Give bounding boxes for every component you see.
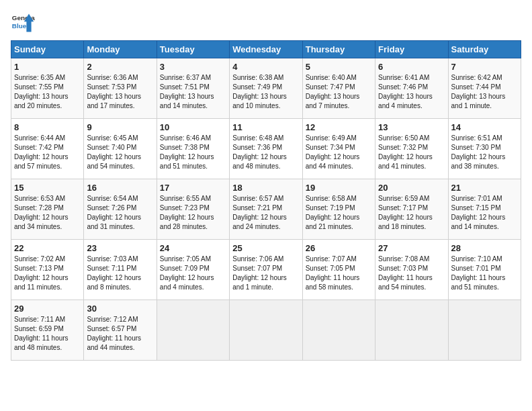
day-info: Sunrise: 7:06 AM Sunset: 7:07 PM Dayligh…	[232, 255, 299, 292]
day-number: 4	[232, 62, 299, 72]
calendar-week-row: 15Sunrise: 6:53 AM Sunset: 7:28 PM Dayli…	[11, 179, 521, 240]
day-number: 20	[378, 183, 445, 193]
day-info: Sunrise: 6:37 AM Sunset: 7:51 PM Dayligh…	[160, 73, 226, 111]
day-info: Sunrise: 7:11 AM Sunset: 6:59 PM Dayligh…	[14, 315, 81, 353]
svg-text:Blue: Blue	[12, 22, 27, 30]
weekday-header-tuesday: Tuesday	[157, 41, 229, 58]
logo: General Blue	[11, 11, 35, 35]
day-info: Sunrise: 7:02 AM Sunset: 7:13 PM Dayligh…	[14, 255, 81, 292]
day-number: 12	[306, 122, 372, 132]
day-info: Sunrise: 6:48 AM Sunset: 7:36 PM Dayligh…	[232, 134, 299, 171]
calendar-week-row: 8Sunrise: 6:44 AM Sunset: 7:42 PM Daylig…	[11, 119, 521, 179]
day-number: 19	[306, 183, 372, 193]
calendar-day-cell: 6Sunrise: 6:41 AM Sunset: 7:46 PM Daylig…	[375, 58, 448, 119]
day-number: 26	[306, 243, 372, 253]
calendar-day-cell: 18Sunrise: 6:57 AM Sunset: 7:21 PM Dayli…	[230, 179, 302, 240]
calendar-day-cell: 8Sunrise: 6:44 AM Sunset: 7:42 PM Daylig…	[11, 119, 84, 179]
day-number: 11	[232, 122, 299, 132]
calendar-day-cell: 10Sunrise: 6:46 AM Sunset: 7:38 PM Dayli…	[157, 119, 229, 179]
day-number: 5	[306, 62, 372, 72]
day-info: Sunrise: 6:41 AM Sunset: 7:46 PM Dayligh…	[378, 73, 445, 111]
day-info: Sunrise: 6:57 AM Sunset: 7:21 PM Dayligh…	[232, 194, 299, 232]
day-info: Sunrise: 6:55 AM Sunset: 7:23 PM Dayligh…	[160, 194, 226, 232]
calendar-day-cell: 15Sunrise: 6:53 AM Sunset: 7:28 PM Dayli…	[11, 179, 84, 240]
calendar-week-row: 1Sunrise: 6:35 AM Sunset: 7:55 PM Daylig…	[11, 58, 521, 119]
calendar-day-cell: 14Sunrise: 6:51 AM Sunset: 7:30 PM Dayli…	[448, 119, 521, 179]
calendar-day-cell: 2Sunrise: 6:36 AM Sunset: 7:53 PM Daylig…	[84, 58, 157, 119]
day-info: Sunrise: 6:45 AM Sunset: 7:40 PM Dayligh…	[87, 134, 153, 171]
day-number: 6	[378, 62, 445, 72]
day-info: Sunrise: 7:07 AM Sunset: 7:05 PM Dayligh…	[306, 255, 372, 292]
calendar-day-cell: 13Sunrise: 6:50 AM Sunset: 7:32 PM Dayli…	[375, 119, 448, 179]
day-info: Sunrise: 7:12 AM Sunset: 6:57 PM Dayligh…	[87, 315, 153, 353]
calendar-day-cell: 21Sunrise: 7:01 AM Sunset: 7:15 PM Dayli…	[448, 179, 521, 240]
day-info: Sunrise: 6:59 AM Sunset: 7:17 PM Dayligh…	[378, 194, 445, 232]
day-info: Sunrise: 7:05 AM Sunset: 7:09 PM Dayligh…	[160, 255, 226, 292]
day-info: Sunrise: 7:08 AM Sunset: 7:03 PM Dayligh…	[378, 255, 445, 292]
day-info: Sunrise: 6:51 AM Sunset: 7:30 PM Dayligh…	[451, 134, 518, 171]
day-number: 10	[160, 122, 226, 132]
calendar-day-cell: 11Sunrise: 6:48 AM Sunset: 7:36 PM Dayli…	[230, 119, 302, 179]
day-number: 15	[14, 183, 81, 193]
weekday-header-saturday: Saturday	[448, 41, 521, 58]
day-info: Sunrise: 6:50 AM Sunset: 7:32 PM Dayligh…	[378, 134, 445, 171]
calendar-day-cell: 3Sunrise: 6:37 AM Sunset: 7:51 PM Daylig…	[157, 58, 229, 119]
day-info: Sunrise: 7:03 AM Sunset: 7:11 PM Dayligh…	[87, 255, 153, 292]
day-number: 9	[87, 122, 153, 132]
day-number: 25	[232, 243, 299, 253]
calendar-day-cell: 5Sunrise: 6:40 AM Sunset: 7:47 PM Daylig…	[302, 58, 375, 119]
calendar-day-cell: 24Sunrise: 7:05 AM Sunset: 7:09 PM Dayli…	[157, 240, 229, 300]
calendar-table: SundayMondayTuesdayWednesdayThursdayFrid…	[11, 40, 521, 361]
day-number: 28	[451, 243, 518, 253]
day-info: Sunrise: 6:53 AM Sunset: 7:28 PM Dayligh…	[14, 194, 81, 232]
day-number: 22	[14, 243, 81, 253]
day-number: 23	[87, 243, 153, 253]
calendar-day-cell: 28Sunrise: 7:10 AM Sunset: 7:01 PM Dayli…	[448, 240, 521, 300]
calendar-body: 1Sunrise: 6:35 AM Sunset: 7:55 PM Daylig…	[11, 58, 521, 361]
day-info: Sunrise: 6:44 AM Sunset: 7:42 PM Dayligh…	[14, 134, 81, 171]
calendar-day-cell: 26Sunrise: 7:07 AM Sunset: 7:05 PM Dayli…	[302, 240, 375, 300]
day-info: Sunrise: 6:35 AM Sunset: 7:55 PM Dayligh…	[14, 73, 81, 111]
day-number: 7	[451, 62, 518, 72]
day-info: Sunrise: 6:40 AM Sunset: 7:47 PM Dayligh…	[306, 73, 372, 111]
calendar-week-row: 29Sunrise: 7:11 AM Sunset: 6:59 PM Dayli…	[11, 300, 521, 361]
day-number: 8	[14, 122, 81, 132]
day-info: Sunrise: 6:49 AM Sunset: 7:34 PM Dayligh…	[306, 134, 372, 171]
calendar-day-cell	[448, 300, 521, 361]
calendar-day-cell: 7Sunrise: 6:42 AM Sunset: 7:44 PM Daylig…	[448, 58, 521, 119]
day-number: 27	[378, 243, 445, 253]
calendar-day-cell: 25Sunrise: 7:06 AM Sunset: 7:07 PM Dayli…	[230, 240, 302, 300]
calendar-day-cell	[230, 300, 302, 361]
calendar-day-cell: 12Sunrise: 6:49 AM Sunset: 7:34 PM Dayli…	[302, 119, 375, 179]
calendar-day-cell: 29Sunrise: 7:11 AM Sunset: 6:59 PM Dayli…	[11, 300, 84, 361]
calendar-day-cell: 16Sunrise: 6:54 AM Sunset: 7:26 PM Dayli…	[84, 179, 157, 240]
day-info: Sunrise: 6:36 AM Sunset: 7:53 PM Dayligh…	[87, 73, 153, 111]
day-info: Sunrise: 7:01 AM Sunset: 7:15 PM Dayligh…	[451, 194, 518, 232]
weekday-header-wednesday: Wednesday	[230, 41, 302, 58]
calendar-day-cell: 9Sunrise: 6:45 AM Sunset: 7:40 PM Daylig…	[84, 119, 157, 179]
calendar-header: SundayMondayTuesdayWednesdayThursdayFrid…	[11, 41, 521, 58]
day-number: 24	[160, 243, 226, 253]
weekday-header-sunday: Sunday	[11, 41, 84, 58]
day-info: Sunrise: 6:46 AM Sunset: 7:38 PM Dayligh…	[160, 134, 226, 171]
day-number: 1	[14, 62, 81, 72]
day-number: 16	[87, 183, 153, 193]
calendar-day-cell: 27Sunrise: 7:08 AM Sunset: 7:03 PM Dayli…	[375, 240, 448, 300]
day-number: 21	[451, 183, 518, 193]
calendar-day-cell	[302, 300, 375, 361]
day-number: 30	[87, 304, 153, 314]
page-header: General Blue	[11, 11, 521, 35]
calendar-day-cell	[375, 300, 448, 361]
weekday-header-thursday: Thursday	[302, 41, 375, 58]
weekday-header-friday: Friday	[375, 41, 448, 58]
calendar-day-cell: 4Sunrise: 6:38 AM Sunset: 7:49 PM Daylig…	[230, 58, 302, 119]
day-info: Sunrise: 6:54 AM Sunset: 7:26 PM Dayligh…	[87, 194, 153, 232]
calendar-day-cell: 30Sunrise: 7:12 AM Sunset: 6:57 PM Dayli…	[84, 300, 157, 361]
weekday-header-row: SundayMondayTuesdayWednesdayThursdayFrid…	[11, 41, 521, 58]
calendar-day-cell: 22Sunrise: 7:02 AM Sunset: 7:13 PM Dayli…	[11, 240, 84, 300]
calendar-day-cell: 17Sunrise: 6:55 AM Sunset: 7:23 PM Dayli…	[157, 179, 229, 240]
calendar-day-cell: 23Sunrise: 7:03 AM Sunset: 7:11 PM Dayli…	[84, 240, 157, 300]
day-number: 17	[160, 183, 226, 193]
calendar-day-cell	[157, 300, 229, 361]
day-number: 2	[87, 62, 153, 72]
